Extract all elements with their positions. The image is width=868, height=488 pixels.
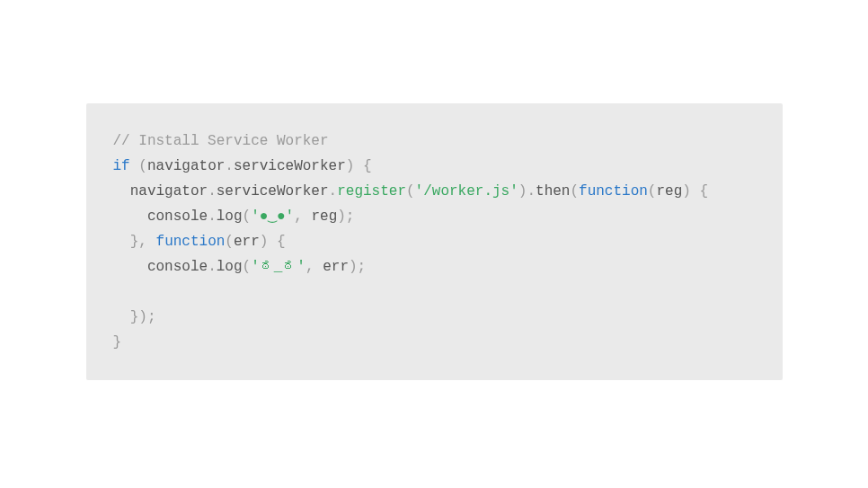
code-line-5: }, function(err) { xyxy=(113,234,286,250)
code-line-1: // Install Service Worker xyxy=(113,133,329,149)
code-line-3: navigator.serviceWorker.register('/worke… xyxy=(113,183,709,200)
identifier-serviceworker: serviceWorker xyxy=(234,158,346,174)
identifier-navigator: navigator xyxy=(147,158,225,174)
identifier-serviceworker: serviceWorker xyxy=(217,183,329,200)
param-reg: reg xyxy=(656,183,682,200)
param-err: err xyxy=(234,234,260,250)
keyword-function: function xyxy=(579,183,648,200)
identifier-reg: reg xyxy=(311,209,337,225)
code-line-8: }); xyxy=(113,309,156,325)
method-register: register xyxy=(337,183,406,200)
string-worker-path: '/worker.js' xyxy=(415,183,518,200)
code-line-4: console.log('●‿●', reg); xyxy=(113,209,355,225)
method-log: log xyxy=(217,209,243,225)
string-sad-face: 'ಠ_ಠ' xyxy=(251,259,306,275)
method-then: then xyxy=(536,183,570,200)
identifier-err: err xyxy=(323,259,349,275)
keyword-function: function xyxy=(156,234,226,250)
identifier-console: console xyxy=(147,259,208,275)
code-line-6: console.log('ಠ_ಠ', err); xyxy=(113,259,367,275)
method-log: log xyxy=(217,259,243,275)
string-happy-face: '●‿●' xyxy=(251,209,294,225)
code-line-2: if (navigator.serviceWorker) { xyxy=(113,158,372,174)
code-block: // Install Service Worker if (navigator.… xyxy=(86,103,783,380)
keyword-if: if xyxy=(113,158,130,174)
identifier-navigator: navigator xyxy=(130,183,208,200)
identifier-console: console xyxy=(147,209,208,225)
code-line-9: } xyxy=(113,334,122,350)
comment: // Install Service Worker xyxy=(113,133,329,149)
